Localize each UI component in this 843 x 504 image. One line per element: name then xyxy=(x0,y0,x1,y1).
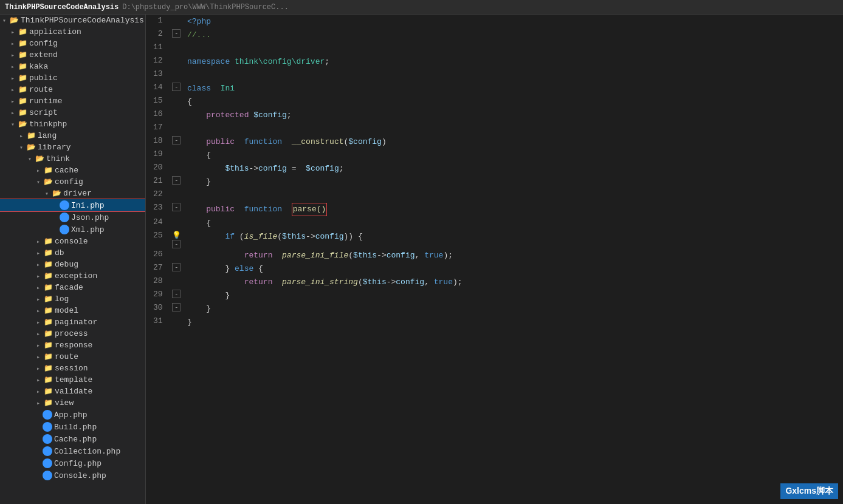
tree-item-label: process xyxy=(55,329,88,338)
sidebar-item-Ini.php[interactable]: Ini.php xyxy=(0,199,145,211)
code-content-15: { xyxy=(182,95,843,108)
folder-closed-icon xyxy=(17,62,28,71)
sidebar-item-driver[interactable]: ▾driver xyxy=(0,188,145,199)
tree-item-label: route xyxy=(55,352,78,361)
collapse-icon[interactable]: - xyxy=(172,176,181,185)
sidebar-item-kaka[interactable]: ▸kaka xyxy=(0,61,145,72)
var-config: $config xyxy=(253,111,287,120)
line-number-24: 24 xyxy=(146,216,170,230)
sidebar-item-process[interactable]: ▸process xyxy=(0,328,145,339)
sidebar-item-think[interactable]: ▾think xyxy=(0,153,145,165)
gutter-23[interactable]: - xyxy=(170,202,182,216)
sidebar-item-Xml.php[interactable]: Xml.php xyxy=(0,223,145,236)
sidebar-item-thinkphp[interactable]: ▾thinkphp xyxy=(0,118,145,130)
collapse-icon[interactable]: - xyxy=(172,29,181,38)
sidebar-item-Collection.php[interactable]: Collection.php xyxy=(0,445,145,457)
line-number-16: 16 xyxy=(146,108,170,121)
sidebar-item-config[interactable]: ▾config xyxy=(0,176,145,188)
file-php-icon xyxy=(60,200,69,210)
folder-closed-icon xyxy=(43,166,53,175)
gutter-21[interactable]: - xyxy=(170,175,182,188)
collapse-icon[interactable]: - xyxy=(172,263,181,271)
expand-arrow: ▸ xyxy=(34,342,43,349)
sidebar-item-Console.php[interactable]: Console.php xyxy=(0,469,145,482)
sidebar-item-application[interactable]: ▸application xyxy=(0,26,145,38)
folder-closed-icon xyxy=(43,248,53,257)
code-content-19: { xyxy=(182,148,843,162)
collapse-icon[interactable]: - xyxy=(172,290,181,298)
sidebar-item-Build.php[interactable]: Build.php xyxy=(0,421,145,433)
sidebar-item-db[interactable]: ▸db xyxy=(0,247,145,259)
gutter-25[interactable]: 💡- xyxy=(170,230,182,248)
code-editor[interactable]: 1<?php2-//...11 12namespace think\config… xyxy=(146,15,843,504)
tree-item-label: console xyxy=(55,237,88,246)
sidebar-item-view[interactable]: ▸view xyxy=(0,397,145,409)
sidebar-item-lang[interactable]: ▸lang xyxy=(0,130,145,141)
collapse-arrow: ▾ xyxy=(43,190,51,197)
sidebar-item-App.php[interactable]: App.php xyxy=(0,409,145,421)
folder-closed-icon xyxy=(17,97,28,106)
code-content-18: public function __construct($config) xyxy=(182,135,843,148)
sidebar-item-config[interactable]: ▸config xyxy=(0,38,145,49)
folder-open-icon xyxy=(51,189,62,198)
sidebar-item-session[interactable]: ▸session xyxy=(0,363,145,374)
expand-arrow: ▸ xyxy=(9,29,17,36)
collapse-icon[interactable]: - xyxy=(172,303,181,312)
code-row-1: 1<?php xyxy=(146,15,843,28)
folder-open-icon xyxy=(34,154,45,163)
gutter-13 xyxy=(170,68,182,81)
tree-item-label: session xyxy=(55,364,88,373)
sidebar-item-log[interactable]: ▸log xyxy=(0,293,145,305)
tree-item-label: config xyxy=(29,39,58,48)
gutter-29[interactable]: - xyxy=(170,288,182,302)
semicolon: ; xyxy=(325,57,329,66)
sidebar-item-response[interactable]: ▸response xyxy=(0,339,145,351)
collapse-arrow: ▾ xyxy=(17,144,26,151)
sidebar-item-validate[interactable]: ▸validate xyxy=(0,386,145,397)
sidebar-item-root[interactable]: ▾ThinkPHPSourceCodeAnalysis xyxy=(0,15,145,26)
sidebar-item-script[interactable]: ▸script xyxy=(0,107,145,118)
collapse-icon[interactable]: - xyxy=(172,83,181,91)
gutter-2[interactable]: - xyxy=(170,28,182,41)
expand-arrow: ▸ xyxy=(34,376,43,384)
sidebar-item-debug[interactable]: ▸debug xyxy=(0,259,145,270)
line-number-12: 12 xyxy=(146,55,170,68)
code-row-16: 16 protected $config; xyxy=(146,108,843,121)
sidebar-item-paginator[interactable]: ▸paginator xyxy=(0,316,145,328)
collapse-icon[interactable]: - xyxy=(172,240,181,248)
file-php-icon xyxy=(43,410,52,420)
folder-closed-icon xyxy=(43,341,53,350)
sidebar-item-template[interactable]: ▸template xyxy=(0,374,145,386)
sidebar-item-public[interactable]: ▸public xyxy=(0,72,145,84)
sidebar-item-route[interactable]: ▸route xyxy=(0,84,145,95)
collapse-icon[interactable]: - xyxy=(172,203,181,211)
config-prop: config xyxy=(258,164,287,173)
sidebar-item-cache[interactable]: ▸cache xyxy=(0,165,145,176)
code-content-11 xyxy=(182,41,843,55)
sidebar-item-model[interactable]: ▸model xyxy=(0,305,145,316)
sidebar-item-route[interactable]: ▸route xyxy=(0,351,145,363)
tree-item-label: view xyxy=(55,398,74,407)
gutter-18[interactable]: - xyxy=(170,135,182,148)
code-content-25: if (is_file($this->config)) { xyxy=(182,230,843,248)
sidebar-item-runtime[interactable]: ▸runtime xyxy=(0,95,145,107)
code-row-20: 20 $this->config = $config; xyxy=(146,162,843,175)
sidebar-item-extend[interactable]: ▸extend xyxy=(0,49,145,61)
expand-arrow: ▸ xyxy=(34,307,43,315)
code-row-11: 11 xyxy=(146,41,843,55)
sidebar-item-Config.php[interactable]: Config.php xyxy=(0,457,145,469)
collapse-icon[interactable]: - xyxy=(172,136,181,145)
sidebar-item-exception[interactable]: ▸exception xyxy=(0,270,145,282)
sidebar-item-library[interactable]: ▾library xyxy=(0,141,145,153)
folder-closed-icon xyxy=(43,375,53,384)
sidebar-item-Json.php[interactable]: Json.php xyxy=(0,211,145,223)
tree-item-label: log xyxy=(55,295,69,304)
gutter-27[interactable]: - xyxy=(170,262,182,275)
sidebar-item-facade[interactable]: ▸facade xyxy=(0,282,145,293)
gutter-30[interactable]: - xyxy=(170,302,182,315)
gutter-14[interactable]: - xyxy=(170,81,182,95)
sidebar-item-Cache.php[interactable]: Cache.php xyxy=(0,433,145,445)
collapse-arrow: ▾ xyxy=(34,179,43,186)
code-content-13 xyxy=(182,68,843,81)
sidebar-item-console[interactable]: ▸console xyxy=(0,236,145,247)
